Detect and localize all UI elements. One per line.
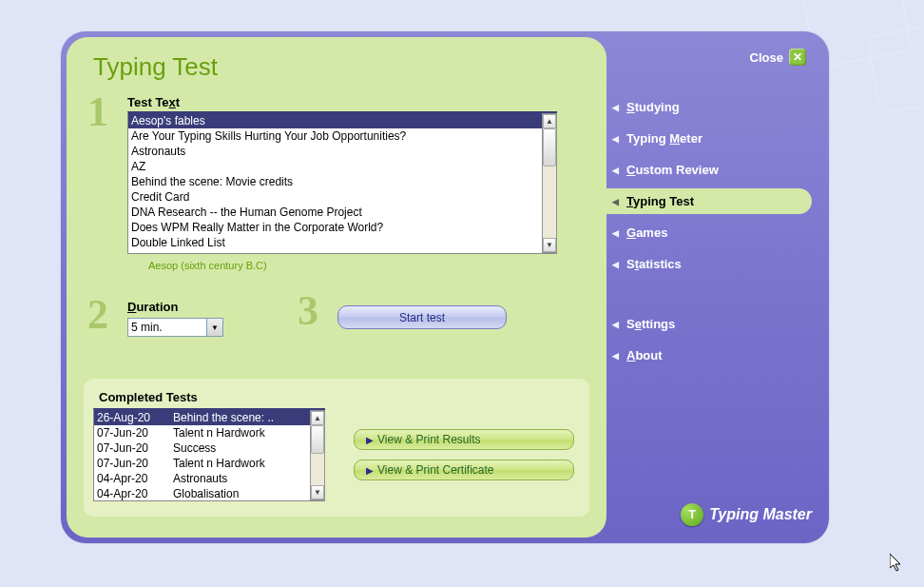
completed-date: 04-Apr-20 (97, 486, 173, 500)
list-item[interactable]: AZ (128, 159, 542, 174)
sidebar-item[interactable]: ◀Typing Meter (605, 126, 812, 151)
label-u: D (127, 300, 136, 314)
list-item[interactable]: 26-Aug-20Behind the scene: .. (94, 410, 310, 425)
step-number-1: 1 (87, 88, 108, 136)
scroll-track[interactable] (311, 425, 324, 485)
page-title: Typing Test (93, 52, 584, 82)
completed-title: Astronauts (173, 471, 227, 486)
chevron-left-icon: ◀ (612, 166, 619, 175)
sidebar-item-label: Studying (626, 100, 680, 114)
duration-dropdown[interactable]: ▼ (127, 318, 223, 337)
sidebar-item-label: Typing Test (626, 194, 694, 208)
dropdown-arrow-icon[interactable]: ▼ (207, 318, 223, 337)
completed-title: Success (173, 440, 216, 456)
chevron-left-icon: ◀ (612, 351, 619, 361)
sidebar-nav: ◀Studying◀Typing Meter◀Custom Review◀Typ… (612, 94, 812, 368)
triangle-icon: ▶ (366, 465, 374, 476)
completed-date: 07-Jun-20 (97, 440, 173, 456)
button-label: View & Print Certificate (377, 463, 494, 477)
sidebar-item[interactable]: ◀Custom Review (605, 157, 812, 183)
list-item[interactable]: Double Linked List (128, 235, 542, 250)
duration-label: Duration (127, 300, 223, 314)
sidebar-gap (612, 283, 812, 305)
step-2-section: 2 Duration ▼ (89, 300, 223, 337)
chevron-left-icon: ◀ (612, 103, 619, 112)
sidebar-item-label: About (626, 348, 663, 362)
list-item[interactable]: Aesop's fables (128, 113, 542, 128)
list-item[interactable]: DNA Research -- the Human Genome Project (128, 205, 542, 220)
close-icon: ✕ (793, 50, 802, 64)
list-item[interactable]: 07-Jun-20Talent n Hardwork (94, 425, 310, 440)
completed-tests-listbox[interactable]: 26-Aug-20Behind the scene: ..07-Jun-20Ta… (93, 408, 325, 501)
scrollbar[interactable]: ▲ ▼ (542, 113, 557, 253)
list-item[interactable]: 07-Jun-20Talent n Hardwork (94, 456, 310, 471)
label-post: uration (136, 300, 178, 314)
scroll-track[interactable] (543, 128, 556, 238)
chevron-left-icon: ◀ (612, 134, 619, 144)
scroll-down-button[interactable]: ▼ (311, 485, 324, 499)
list-item[interactable]: 04-Apr-20Astronauts (94, 471, 310, 486)
sidebar-item-label: Games (626, 225, 667, 240)
step-number-3: 3 (298, 286, 318, 335)
view-print-certificate-button[interactable]: ▶ View & Print Certificate (354, 460, 574, 480)
chevron-left-icon: ◀ (612, 228, 619, 238)
sidebar-item[interactable]: ◀Settings (605, 311, 812, 337)
sidebar-item[interactable]: ◀Statistics (605, 251, 812, 277)
sidebar-item-label: Settings (626, 317, 675, 331)
scroll-up-button[interactable]: ▲ (311, 411, 324, 425)
completed-date: 26-Aug-20 (97, 410, 173, 425)
completed-title: Behind the scene: .. (173, 410, 274, 425)
completed-title: Talent n Hardwork (173, 425, 265, 440)
list-item[interactable]: Credit Card (128, 189, 542, 205)
sidebar-item-label: Typing Meter (626, 131, 703, 146)
list-item[interactable]: Are Your Typing Skills Hurting Your Job … (128, 128, 542, 144)
sidebar-item-label: Statistics (626, 257, 682, 271)
completed-title: Globalisation (173, 486, 239, 500)
chevron-left-icon: ◀ (612, 197, 619, 206)
sidebar-item[interactable]: ◀Games (605, 220, 812, 245)
completed-tests-label: Completed Tests (99, 390, 574, 404)
side-panel: Close ✕ ◀Studying◀Typing Meter◀Custom Re… (612, 31, 829, 543)
list-item[interactable]: Behind the scene: Movie credits (128, 174, 542, 189)
label-u: x (169, 95, 176, 109)
sidebar-item[interactable]: ◀Typing Test (605, 188, 812, 214)
scroll-thumb[interactable] (543, 128, 556, 166)
step-1-section: 1 Test Text Aesop's fablesAre Your Typin… (89, 95, 584, 271)
list-item[interactable]: 07-Jun-20Success (94, 440, 310, 456)
app-window: Typing Test 1 Test Text Aesop's fablesAr… (61, 31, 829, 543)
sidebar-item[interactable]: ◀About (605, 342, 812, 368)
start-test-button[interactable]: Start test (337, 305, 507, 329)
close-label: Close (750, 50, 783, 65)
test-text-label: Test Text (127, 95, 584, 109)
cursor-icon (890, 554, 905, 577)
text-author-caption: Aesop (sixth century B.C) (148, 260, 584, 271)
list-item[interactable]: Astronauts (128, 144, 542, 159)
view-print-results-button[interactable]: ▶ View & Print Results (354, 429, 574, 450)
scroll-up-button[interactable]: ▲ (543, 114, 556, 128)
app-logo: T Typing Master (681, 503, 812, 526)
close-button[interactable]: ✕ (789, 49, 806, 66)
completed-date: 04-Apr-20 (97, 471, 173, 486)
step-3-section: 3 Start test (299, 300, 507, 329)
scrollbar[interactable]: ▲ ▼ (310, 410, 325, 500)
completed-date: 07-Jun-20 (97, 425, 173, 440)
main-panel: Typing Test 1 Test Text Aesop's fablesAr… (67, 37, 606, 538)
completed-tests-section: Completed Tests 26-Aug-20Behind the scen… (84, 379, 589, 517)
scroll-thumb[interactable] (311, 425, 324, 454)
scroll-down-button[interactable]: ▼ (543, 238, 556, 252)
completed-title: Talent n Hardwork (173, 456, 265, 471)
step-number-2: 2 (87, 290, 108, 339)
chevron-left-icon: ◀ (612, 320, 619, 329)
logo-mark-icon: T (681, 503, 703, 526)
chevron-left-icon: ◀ (612, 260, 619, 269)
list-item[interactable]: Does WPM Really Matter in the Corporate … (128, 220, 542, 235)
label-post: t (176, 95, 180, 109)
sidebar-item[interactable]: ◀Studying (605, 94, 812, 120)
logo-text: Typing Master (709, 506, 812, 523)
triangle-icon: ▶ (366, 435, 374, 445)
test-text-listbox[interactable]: Aesop's fablesAre Your Typing Skills Hur… (127, 111, 557, 254)
list-item[interactable]: 04-Apr-20Globalisation (94, 486, 310, 500)
sidebar-item-label: Custom Review (626, 163, 719, 177)
button-label: View & Print Results (377, 433, 481, 446)
duration-input[interactable] (127, 318, 207, 337)
